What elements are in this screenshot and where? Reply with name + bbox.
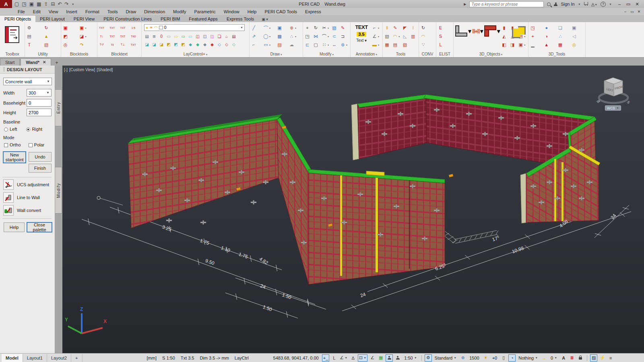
layer-match-icon[interactable]: ◆ <box>188 41 193 47</box>
menu-format[interactable]: Format <box>81 9 103 14</box>
block-text-icon[interactable]: ▣▾ <box>78 25 96 31</box>
baseheight-field[interactable] <box>27 99 52 107</box>
layer-color-swatch[interactable] <box>159 26 163 29</box>
elist-s-icon[interactable]: S <box>438 33 452 39</box>
close-palette-button[interactable]: Close palette <box>27 222 52 232</box>
brush-icon[interactable]: ✎ <box>392 25 401 31</box>
redo-icon[interactable]: ↷ <box>65 1 69 7</box>
toolbox-icon[interactable]: ➔ <box>5 26 19 43</box>
doc-minimize-button[interactable]: – <box>622 10 629 14</box>
sign-in-button[interactable]: Sign In <box>561 2 574 6</box>
layer-stack-icon[interactable]: ≣ <box>151 33 157 39</box>
layer-swatch-cyan-icon[interactable]: ▭ <box>188 33 193 39</box>
slope-icon[interactable]: ◺ <box>402 33 409 39</box>
scale-icon[interactable]: ▢ <box>313 42 320 48</box>
script-refresh-icon[interactable]: ↻ <box>43 25 60 31</box>
group-label-elist[interactable]: ELIST <box>436 52 453 56</box>
status-item-0[interactable]: [mm] <box>147 356 157 360</box>
blocktext-scale-icon[interactable]: 1:5 <box>130 25 140 31</box>
mirror-icon[interactable]: ⋈ <box>313 33 320 39</box>
qat-customize-icon[interactable]: ▼ <box>72 3 74 6</box>
workspace-control[interactable]: Standard▼ <box>433 356 458 360</box>
search-input[interactable] <box>469 1 544 7</box>
filter-arrow-icon[interactable]: → <box>541 354 548 362</box>
selection-cycling-icon[interactable]: ◔ <box>508 354 516 362</box>
polar-checkbox[interactable]: Polar <box>29 142 45 147</box>
group-label-blocktools[interactable]: Blocktools <box>61 52 97 56</box>
layer-lock-icon[interactable]: ◪ <box>159 41 164 47</box>
viewport-menu-control[interactable]: [-] <box>64 68 68 72</box>
wall-corner-gray-icon[interactable] <box>455 25 467 37</box>
status-item-4[interactable]: LayCtrl <box>235 356 249 360</box>
circle-icon[interactable]: ◯▾ <box>263 33 276 39</box>
point-icon[interactable]: ∴▾ <box>289 33 301 39</box>
layer-copy-icon[interactable]: ❏ <box>217 33 222 39</box>
menu-view[interactable]: View <box>45 9 62 14</box>
finish-button[interactable]: Finish <box>29 164 52 173</box>
layer-sun-icon[interactable]: ☀ <box>149 25 153 30</box>
conv-clean-icon[interactable]: ∵ <box>420 42 435 48</box>
boxes-icon[interactable]: ▣ <box>571 25 584 31</box>
block-attribute-icon[interactable]: ◪▾ <box>78 33 96 39</box>
status-item-3[interactable]: Dim 3.5 -> mm <box>200 356 229 360</box>
conv-refresh-icon[interactable]: ↻ <box>420 25 435 31</box>
menu-express[interactable]: Express <box>301 9 325 14</box>
panel-add3d-icon[interactable]: + <box>530 33 543 39</box>
default-height-value[interactable]: 1500 <box>468 356 481 360</box>
panel-split-icon[interactable]: ◑ <box>543 33 556 39</box>
open-file-icon[interactable]: ◳ <box>22 1 26 7</box>
dimension-icon[interactable]: ⌐▾ <box>372 25 381 31</box>
menu-parametric[interactable]: Parametric <box>190 9 219 14</box>
side-view-icon[interactable]: ◁ <box>571 33 584 39</box>
filter-lamp-icon[interactable]: ☀ <box>482 354 489 362</box>
grid-3-icon[interactable]: ▧ <box>402 42 409 48</box>
layer-vp-icon[interactable]: ◆ <box>195 41 200 47</box>
customization-menu-icon[interactable]: ≡ <box>607 354 614 362</box>
isometric-drafting-icon[interactable]: ∆ <box>349 354 357 362</box>
support-sphere-icon[interactable]: ● <box>543 25 556 31</box>
arc-icon[interactable]: ⌒▾ <box>263 25 276 31</box>
baseline-left-radio[interactable]: Left <box>4 127 17 132</box>
layer-walk-icon[interactable]: ▤ <box>231 33 237 39</box>
trim-icon[interactable]: ✂▾ <box>321 25 330 31</box>
palette-header[interactable]: DESIGN LAYOUT <box>0 66 55 74</box>
workspace-switching-icon[interactable]: ⚙ <box>425 354 432 362</box>
height-field[interactable] <box>27 109 52 116</box>
ribbon-tab-peri-construction-lines[interactable]: PERI Construction Lines <box>99 16 156 22</box>
grid-2-icon[interactable]: ▤ <box>392 42 401 48</box>
search-icon[interactable] <box>547 2 551 6</box>
undo-icon[interactable]: ↶ <box>58 1 62 7</box>
layout-tab-model[interactable]: Model <box>2 354 23 362</box>
group-label-conv[interactable]: CONV <box>419 52 436 56</box>
group-label-draw[interactable]: Draw ▾ <box>250 52 303 56</box>
group-label-blocktext[interactable]: Blocktext <box>97 52 141 56</box>
group-label-annotation[interactable]: Annotation ▾ <box>351 52 382 56</box>
leader-icon[interactable]: ∠▾ <box>372 33 381 39</box>
elist-e-icon[interactable]: E <box>438 25 452 31</box>
blocktext-arc-icon[interactable]: TXT <box>109 25 119 31</box>
group-label-modify[interactable]: Modify ▾ <box>303 52 350 56</box>
wrench-icon[interactable]: ⚙ <box>26 25 43 31</box>
hatch-red-icon[interactable]: ▨ <box>277 42 288 48</box>
layer-list-icon[interactable]: ▤ <box>144 33 150 39</box>
menu-file[interactable]: File <box>14 9 29 14</box>
help-button[interactable]: Help <box>4 222 25 232</box>
quick-properties-icon[interactable]: ▯ <box>500 354 507 362</box>
group-label-utility[interactable]: Utility <box>25 52 61 56</box>
wall-panel-add-icon[interactable]: ◧ <box>501 42 509 48</box>
blocktext-height-icon[interactable]: T↕ <box>99 33 108 39</box>
wall-mirror-icon[interactable]: ◭ <box>501 33 509 39</box>
annotation-a-icon[interactable]: A <box>560 354 567 362</box>
ribbon-tab-peri-objects[interactable]: PERI Objects <box>0 16 35 22</box>
annotation-scale-control[interactable]: 1:50▼ <box>402 356 418 360</box>
ribbon-tab-peri-bim[interactable]: PERI BIM <box>156 16 184 22</box>
menu-tools[interactable]: Tools <box>103 9 122 14</box>
wall-menu-icon[interactable]: ▣▾ <box>518 42 527 48</box>
status-item-1[interactable]: S 1:50 <box>162 356 175 360</box>
grid-1-icon[interactable]: ▦ <box>384 42 391 48</box>
layer-frame-magenta-icon[interactable]: ◫ <box>209 33 215 39</box>
print-icon[interactable]: ⊟ <box>51 1 55 7</box>
hardware-accel-icon[interactable]: ⚡ <box>599 354 606 362</box>
grid-4-icon[interactable]: ▥ <box>410 33 417 39</box>
filter-count-control[interactable]: 0▼ <box>549 356 559 360</box>
